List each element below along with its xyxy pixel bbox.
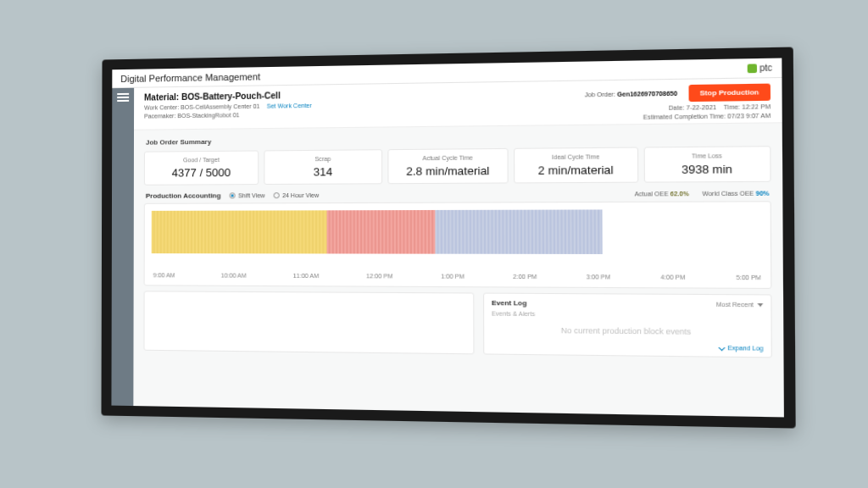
tick: 2:00 PM <box>513 274 537 280</box>
eta-line: Estimated Completion Time: 07/23 9:07 AM <box>643 113 771 120</box>
pa-title: Production Accounting <box>146 191 221 199</box>
joborder-label: Job Order: <box>585 92 615 98</box>
pa-right: Actual OEE 62.0% World Class OEE 90% <box>634 190 769 197</box>
joborder-value: Gen1626970708650 <box>617 91 677 97</box>
set-work-center-link[interactable]: Set Work Center <box>267 103 312 109</box>
tick: 9:00 AM <box>153 272 175 278</box>
event-log-title: Event Log <box>492 299 527 308</box>
card-value: 314 <box>270 165 376 179</box>
card-ideal-cycle: Ideal Cycle Time 2 min/material <box>514 147 638 184</box>
hamburger-icon[interactable] <box>117 93 129 102</box>
timeline-ticks: 9:00 AM 10:00 AM 11:00 AM 12:00 PM 1:00 … <box>152 272 763 280</box>
summary-row: Good / Target 4377 / 5000 Scrap 314 Actu… <box>144 146 771 186</box>
card-value: 3938 min <box>650 162 765 176</box>
date-time-line: Date: 7-22-2021 Time: 12:22 PM <box>669 103 771 111</box>
tick: 11:00 AM <box>293 273 320 279</box>
main: Material: BOS-Battery-Pouch-Cell Work Ce… <box>133 78 784 417</box>
world-class-oee: World Class OEE 90% <box>702 190 769 197</box>
workcenter-value: BOS-CellAssembly Center 01 <box>181 103 259 110</box>
card-label: Good / Target <box>150 157 253 164</box>
content: Job Order Summary Good / Target 4377 / 5… <box>133 123 784 417</box>
eta-label: Estimated Completion Time: <box>643 113 726 120</box>
expand-log-label: Expand Log <box>727 345 763 352</box>
event-log-header: Event Log Most Recent <box>492 299 763 309</box>
time-label: Time: <box>724 103 740 110</box>
date-label: Date: <box>669 104 685 111</box>
day-view-label: 24 Hour View <box>282 192 319 198</box>
day-view-radio[interactable]: 24 Hour View <box>274 192 319 198</box>
card-scrap: Scrap 314 <box>264 149 382 185</box>
card-label: Actual Cycle Time <box>394 154 503 161</box>
timeline-bands[interactable] <box>152 209 763 254</box>
event-log-panel: Event Log Most Recent Events & Alerts No… <box>483 293 772 358</box>
world-class-label: World Class OEE <box>702 191 754 197</box>
expand-icon <box>718 345 725 352</box>
header: Material: BOS-Battery-Pouch-Cell Work Ce… <box>134 78 782 130</box>
radio-dot-icon <box>274 192 280 198</box>
date-value: 7-22-2021 <box>687 104 717 111</box>
card-good-target: Good / Target 4377 / 5000 <box>144 150 259 185</box>
logo-mark-icon <box>747 64 756 73</box>
tick: 5:00 PM <box>736 274 760 281</box>
event-log-sort-label: Most Recent <box>716 302 754 308</box>
card-label: Time Loss <box>650 152 765 159</box>
timeline-band-red[interactable] <box>327 210 436 254</box>
app-frame: Digital Performance Management ptc Mater… <box>101 47 795 429</box>
material-line: Material: BOS-Battery-Pouch-Cell <box>144 91 312 103</box>
tick: 1:00 PM <box>441 273 465 279</box>
card-value: 4377 / 5000 <box>150 166 253 180</box>
event-log-sort[interactable]: Most Recent <box>716 302 764 308</box>
joborder-line: Job Order: Gen1626970708650 Stop Product… <box>585 84 771 103</box>
material-label: Material: <box>144 92 179 103</box>
time-value: 12:22 PM <box>742 103 771 110</box>
header-right: Job Order: Gen1626970708650 Stop Product… <box>585 84 771 121</box>
eta-value: 07/23 9:07 AM <box>727 113 771 119</box>
tick: 10:00 AM <box>221 273 247 279</box>
shift-view-label: Shift View <box>238 192 265 198</box>
card-time-loss: Time Loss 3938 min <box>643 146 771 182</box>
header-left: Material: BOS-Battery-Pouch-Cell Work Ce… <box>144 91 312 119</box>
timeline-band-empty <box>603 209 763 254</box>
brand-logo: ptc <box>747 63 772 73</box>
pacemaker-value: BOS-StackingRobot 01 <box>177 112 239 119</box>
pacemaker-label: Pacemaker: <box>144 113 175 119</box>
world-class-value: 90% <box>756 190 770 197</box>
lower-left-panel <box>143 291 474 354</box>
sidebar-menu[interactable] <box>111 88 134 406</box>
lower-row: Event Log Most Recent Events & Alerts No… <box>143 291 771 358</box>
workcenter-line: Work Center: BOS-CellAssembly Center 01 … <box>144 103 312 111</box>
shift-view-radio[interactable]: Shift View <box>230 192 265 198</box>
body: Material: BOS-Battery-Pouch-Cell Work Ce… <box>111 78 783 417</box>
timeline-band-yellow[interactable] <box>152 210 327 253</box>
actual-oee-value: 62.0% <box>670 191 689 197</box>
radio-dot-icon <box>230 192 236 198</box>
tick: 4:00 PM <box>660 274 685 280</box>
tick: 12:00 PM <box>366 273 392 279</box>
event-log-empty: No current production block events <box>492 320 764 341</box>
app-title: Digital Performance Management <box>120 71 260 84</box>
card-label: Ideal Cycle Time <box>520 153 632 160</box>
card-value: 2.8 min/material <box>394 164 503 178</box>
material-value: BOS-Battery-Pouch-Cell <box>181 91 281 102</box>
card-label: Scrap <box>270 155 376 162</box>
event-log-subtitle: Events & Alerts <box>492 310 764 319</box>
chevron-down-icon <box>757 302 763 306</box>
expand-log-link[interactable]: Expand Log <box>492 342 764 352</box>
card-value: 2 min/material <box>520 164 632 178</box>
pacemaker-line: Pacemaker: BOS-StackingRobot 01 <box>144 111 312 119</box>
tick: 3:00 PM <box>587 274 611 280</box>
actual-oee: Actual OEE 62.0% <box>634 191 688 197</box>
actual-oee-label: Actual OEE <box>634 191 668 197</box>
summary-section-title: Job Order Summary <box>146 132 771 147</box>
workcenter-label: Work Center: <box>144 104 179 111</box>
timeline-panel: 9:00 AM 10:00 AM 11:00 AM 12:00 PM 1:00 … <box>144 201 772 289</box>
stop-production-button[interactable]: Stop Production <box>688 84 771 103</box>
timeline-band-blue[interactable] <box>436 209 603 254</box>
pa-left: Production Accounting Shift View 24 Hour… <box>146 191 319 200</box>
brand-text: ptc <box>760 63 772 73</box>
card-actual-cycle: Actual Cycle Time 2.8 min/material <box>387 148 509 184</box>
